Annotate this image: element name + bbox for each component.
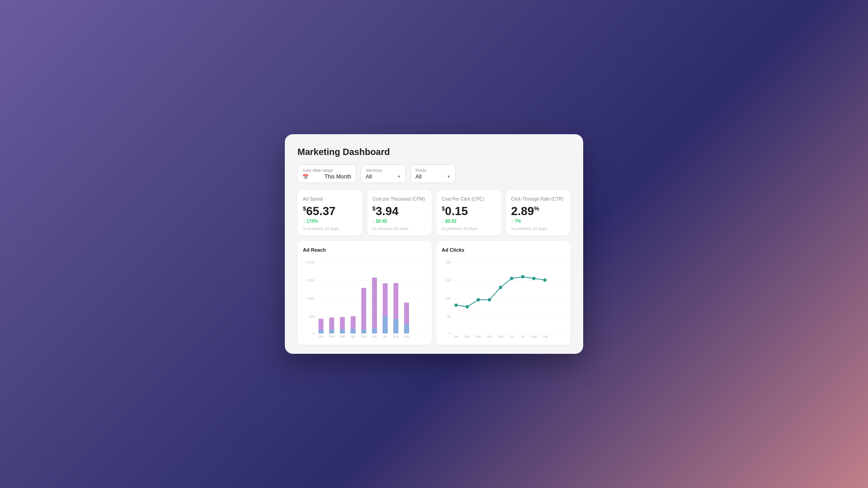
dashboard-title: Marketing Dashboard [297,147,571,157]
ad-clicks-chart: 200 150 100 50 0 [442,256,565,340]
svg-text:100: 100 [445,296,451,300]
svg-text:50: 50 [447,315,451,319]
svg-point-51 [499,286,502,289]
svg-rect-11 [319,330,324,333]
svg-rect-27 [404,324,409,333]
metric-compare-ad-spend: vs previous 30 days [303,226,357,231]
svg-text:May: May [361,335,367,338]
svg-text:Mar: Mar [476,335,481,338]
ad-clicks-svg: 200 150 100 50 0 [442,256,565,338]
svg-text:Jun: Jun [372,335,377,338]
ad-reach-title: Ad Reach [303,247,426,253]
metric-change-ad-spend: ↓ 170% [303,219,357,224]
svg-point-49 [476,298,480,301]
svg-text:Aug: Aug [531,335,537,338]
ad-clicks-chart-card: Ad Clicks 200 150 100 50 0 [436,241,571,345]
svg-point-54 [532,277,535,280]
charts-row: Ad Reach 2,000 1,500 1,000 500 0 [297,241,571,345]
date-range-value: This Month [325,174,351,180]
svg-rect-23 [383,316,388,333]
svg-text:Jul: Jul [383,335,387,338]
svg-text:Apr: Apr [487,335,492,338]
svg-text:May: May [498,335,504,338]
svg-point-53 [521,275,524,278]
services-value: All [366,174,372,180]
metric-value-cpc: $0.15 [442,205,496,217]
posts-arrow-icon: ▼ [447,174,451,179]
date-range-label: Auto date range [302,168,351,173]
svg-rect-13 [329,329,334,333]
svg-rect-25 [393,319,398,333]
svg-text:1,000: 1,000 [306,296,314,300]
ad-reach-svg: 2,000 1,500 1,000 500 0 [303,256,426,338]
svg-text:Jul: Jul [521,335,525,338]
metric-compare-ctr: vs previous 30 days [511,226,566,231]
metric-value-cpm: $3.94 [373,205,427,217]
svg-point-48 [466,305,469,308]
svg-rect-20 [372,277,377,333]
svg-point-52 [510,277,513,280]
metrics-row: Ad Spend $65.37 ↓ 170% vs previous 30 da… [297,190,571,235]
svg-text:0: 0 [449,331,451,335]
svg-rect-15 [340,329,345,333]
svg-text:Sep: Sep [542,335,547,338]
svg-text:Sep: Sep [404,335,409,338]
metric-compare-cpm: vs previous 30 days [373,226,427,231]
metric-title-cpc: Cost Per Click (CPC) [442,197,496,202]
metric-title-ctr: Click-Through Rate (CTR) [511,197,566,202]
metric-title-ad-spend: Ad Spend [303,197,357,202]
svg-text:Jan: Jan [319,335,324,338]
svg-text:200: 200 [445,260,451,264]
svg-text:150: 150 [445,278,451,282]
metric-card-ctr: Click-Through Rate (CTR) 2.89% ↑ 7% vs p… [506,190,571,235]
svg-text:Feb: Feb [465,335,470,338]
svg-text:Aug: Aug [393,335,399,338]
metric-change-ctr: ↑ 7% [511,219,566,224]
services-filter[interactable]: Services All ▼ [361,164,406,183]
metric-compare-cpc: vs previous 30 days [442,226,496,231]
svg-text:Apr: Apr [351,335,356,338]
svg-text:2,000: 2,000 [306,260,314,264]
svg-text:1,500: 1,500 [306,278,314,282]
metric-card-ad-spend: Ad Spend $65.37 ↓ 170% vs previous 30 da… [297,190,363,235]
posts-label: Posts [415,168,451,173]
svg-text:0: 0 [312,331,314,335]
posts-filter[interactable]: Posts All ▼ [410,164,456,183]
svg-point-50 [488,298,491,301]
calendar-icon: 📅 [302,174,309,180]
svg-point-47 [454,304,458,307]
ad-reach-chart: 2,000 1,500 1,000 500 0 [303,256,426,340]
dashboard-card: Marketing Dashboard Auto date range 📅 Th… [285,134,583,354]
filters-bar: Auto date range 📅 This Month Services Al… [297,164,571,183]
svg-rect-18 [361,288,366,333]
services-arrow-icon: ▼ [397,174,401,179]
svg-text:Feb: Feb [329,335,335,338]
svg-text:Jun: Jun [509,335,514,338]
metric-change-cpm: ↓ $0.45 [373,219,427,224]
svg-rect-17 [351,329,356,333]
metric-card-cpc: Cost Per Click (CPC) $0.15 ↓ $0.02 vs pr… [436,190,501,235]
svg-text:Mar: Mar [340,335,345,338]
ad-reach-chart-card: Ad Reach 2,000 1,500 1,000 500 0 [297,241,432,345]
metric-card-cpm: Cost per Thousand (CPM) $3.94 ↓ $0.45 vs… [367,190,432,235]
ad-clicks-title: Ad Clicks [442,247,565,253]
services-label: Services [366,168,401,173]
metric-change-cpc: ↓ $0.02 [442,219,496,224]
metric-value-ad-spend: $65.37 [303,205,357,217]
svg-rect-19 [361,329,366,333]
svg-text:Jan: Jan [453,335,458,338]
svg-rect-21 [372,328,377,333]
svg-point-55 [543,278,547,282]
metric-title-cpm: Cost per Thousand (CPM) [373,197,427,202]
posts-value: All [415,174,421,180]
date-range-filter[interactable]: Auto date range 📅 This Month [297,164,356,183]
metric-value-ctr: 2.89% [511,205,566,217]
svg-text:500: 500 [309,315,314,319]
